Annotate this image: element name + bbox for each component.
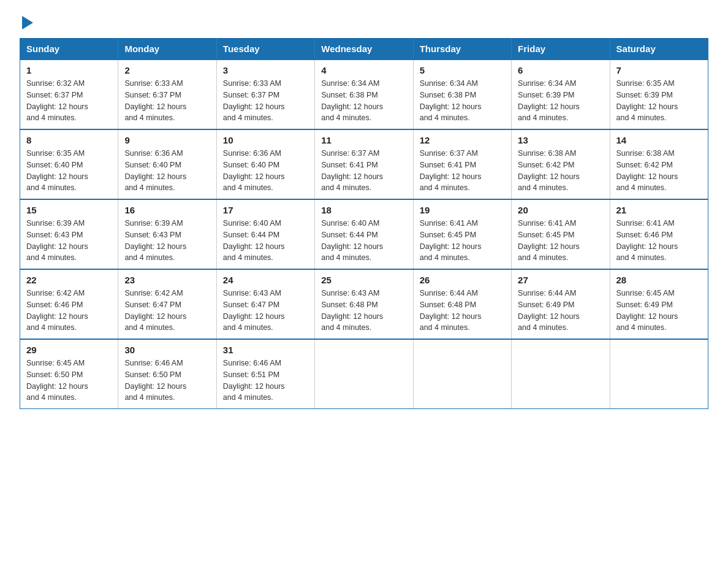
- calendar-cell: 11 Sunrise: 6:37 AM Sunset: 6:41 PM Dayl…: [315, 129, 413, 199]
- day-number: 4: [321, 65, 406, 75]
- day-info: Sunrise: 6:36 AM Sunset: 6:40 PM Dayligh…: [223, 148, 308, 194]
- calendar-week-5: 29 Sunrise: 6:45 AM Sunset: 6:50 PM Dayl…: [20, 339, 708, 409]
- day-number: 14: [616, 135, 702, 145]
- calendar-cell: 7 Sunrise: 6:35 AM Sunset: 6:39 PM Dayli…: [610, 59, 708, 129]
- day-number: 10: [223, 135, 308, 145]
- day-number: 1: [26, 65, 112, 75]
- day-number: 21: [616, 205, 702, 215]
- day-number: 22: [26, 275, 112, 285]
- calendar-cell: 20 Sunrise: 6:41 AM Sunset: 6:45 PM Dayl…: [512, 199, 610, 269]
- col-header-friday: Friday: [512, 39, 610, 60]
- calendar-cell: 14 Sunrise: 6:38 AM Sunset: 6:42 PM Dayl…: [610, 129, 708, 199]
- calendar-cell: 29 Sunrise: 6:45 AM Sunset: 6:50 PM Dayl…: [20, 339, 118, 409]
- day-number: 15: [26, 205, 112, 215]
- day-number: 9: [124, 135, 210, 145]
- day-number: 25: [321, 275, 406, 285]
- calendar-cell: 9 Sunrise: 6:36 AM Sunset: 6:40 PM Dayli…: [118, 129, 216, 199]
- day-number: 30: [124, 345, 210, 355]
- day-number: 27: [518, 275, 603, 285]
- calendar-week-2: 8 Sunrise: 6:35 AM Sunset: 6:40 PM Dayli…: [20, 129, 708, 199]
- day-number: 8: [26, 135, 112, 145]
- calendar-cell: 22 Sunrise: 6:42 AM Sunset: 6:46 PM Dayl…: [20, 269, 118, 339]
- day-number: 16: [124, 205, 210, 215]
- calendar-cell: 3 Sunrise: 6:33 AM Sunset: 6:37 PM Dayli…: [216, 59, 314, 129]
- calendar-week-1: 1 Sunrise: 6:32 AM Sunset: 6:37 PM Dayli…: [20, 59, 708, 129]
- day-number: 5: [420, 65, 505, 75]
- day-info: Sunrise: 6:34 AM Sunset: 6:38 PM Dayligh…: [321, 78, 406, 124]
- day-number: 19: [420, 205, 505, 215]
- calendar-cell: 23 Sunrise: 6:42 AM Sunset: 6:47 PM Dayl…: [118, 269, 216, 339]
- calendar-table: SundayMondayTuesdayWednesdayThursdayFrid…: [20, 38, 708, 409]
- day-number: 11: [321, 135, 406, 145]
- day-info: Sunrise: 6:39 AM Sunset: 6:43 PM Dayligh…: [124, 218, 210, 264]
- calendar-cell: [610, 339, 708, 409]
- day-number: 13: [518, 135, 603, 145]
- day-info: Sunrise: 6:41 AM Sunset: 6:45 PM Dayligh…: [420, 218, 505, 264]
- col-header-monday: Monday: [118, 39, 216, 60]
- calendar-cell: 8 Sunrise: 6:35 AM Sunset: 6:40 PM Dayli…: [20, 129, 118, 199]
- calendar-cell: 27 Sunrise: 6:44 AM Sunset: 6:49 PM Dayl…: [512, 269, 610, 339]
- calendar-cell: 15 Sunrise: 6:39 AM Sunset: 6:43 PM Dayl…: [20, 199, 118, 269]
- day-info: Sunrise: 6:38 AM Sunset: 6:42 PM Dayligh…: [616, 148, 702, 194]
- calendar-cell: [512, 339, 610, 409]
- calendar-cell: [413, 339, 511, 409]
- calendar-cell: 21 Sunrise: 6:41 AM Sunset: 6:46 PM Dayl…: [610, 199, 708, 269]
- calendar-cell: 18 Sunrise: 6:40 AM Sunset: 6:44 PM Dayl…: [315, 199, 413, 269]
- day-info: Sunrise: 6:33 AM Sunset: 6:37 PM Dayligh…: [124, 78, 210, 124]
- col-header-wednesday: Wednesday: [315, 39, 413, 60]
- day-info: Sunrise: 6:44 AM Sunset: 6:48 PM Dayligh…: [420, 288, 505, 334]
- col-header-thursday: Thursday: [413, 39, 511, 60]
- day-info: Sunrise: 6:38 AM Sunset: 6:42 PM Dayligh…: [518, 148, 603, 194]
- day-number: 31: [223, 345, 308, 355]
- day-number: 12: [420, 135, 505, 145]
- day-info: Sunrise: 6:41 AM Sunset: 6:45 PM Dayligh…: [518, 218, 603, 264]
- day-number: 26: [420, 275, 505, 285]
- calendar-cell: 19 Sunrise: 6:41 AM Sunset: 6:45 PM Dayl…: [413, 199, 511, 269]
- day-info: Sunrise: 6:40 AM Sunset: 6:44 PM Dayligh…: [223, 218, 308, 264]
- calendar-cell: 17 Sunrise: 6:40 AM Sunset: 6:44 PM Dayl…: [216, 199, 314, 269]
- day-info: Sunrise: 6:37 AM Sunset: 6:41 PM Dayligh…: [321, 148, 406, 194]
- day-number: 20: [518, 205, 603, 215]
- day-number: 28: [616, 275, 702, 285]
- calendar-cell: 16 Sunrise: 6:39 AM Sunset: 6:43 PM Dayl…: [118, 199, 216, 269]
- calendar-cell: 6 Sunrise: 6:34 AM Sunset: 6:39 PM Dayli…: [512, 59, 610, 129]
- calendar-cell: 12 Sunrise: 6:37 AM Sunset: 6:41 PM Dayl…: [413, 129, 511, 199]
- day-number: 29: [26, 345, 112, 355]
- day-number: 24: [223, 275, 308, 285]
- day-info: Sunrise: 6:44 AM Sunset: 6:49 PM Dayligh…: [518, 288, 603, 334]
- calendar-cell: 31 Sunrise: 6:46 AM Sunset: 6:51 PM Dayl…: [216, 339, 314, 409]
- day-info: Sunrise: 6:34 AM Sunset: 6:38 PM Dayligh…: [420, 78, 505, 124]
- day-info: Sunrise: 6:42 AM Sunset: 6:46 PM Dayligh…: [26, 288, 112, 334]
- day-info: Sunrise: 6:40 AM Sunset: 6:44 PM Dayligh…: [321, 218, 406, 264]
- col-header-sunday: Sunday: [20, 39, 118, 60]
- day-info: Sunrise: 6:43 AM Sunset: 6:48 PM Dayligh…: [321, 288, 406, 334]
- day-info: Sunrise: 6:37 AM Sunset: 6:41 PM Dayligh…: [420, 148, 505, 194]
- calendar-cell: 28 Sunrise: 6:45 AM Sunset: 6:49 PM Dayl…: [610, 269, 708, 339]
- calendar-cell: 1 Sunrise: 6:32 AM Sunset: 6:37 PM Dayli…: [20, 59, 118, 129]
- day-info: Sunrise: 6:45 AM Sunset: 6:50 PM Dayligh…: [26, 358, 112, 404]
- day-number: 17: [223, 205, 308, 215]
- day-info: Sunrise: 6:36 AM Sunset: 6:40 PM Dayligh…: [124, 148, 210, 194]
- day-info: Sunrise: 6:33 AM Sunset: 6:37 PM Dayligh…: [223, 78, 308, 124]
- day-number: 2: [124, 65, 210, 75]
- logo: [20, 15, 33, 27]
- calendar-cell: 30 Sunrise: 6:46 AM Sunset: 6:50 PM Dayl…: [118, 339, 216, 409]
- calendar-cell: 13 Sunrise: 6:38 AM Sunset: 6:42 PM Dayl…: [512, 129, 610, 199]
- calendar-cell: 24 Sunrise: 6:43 AM Sunset: 6:47 PM Dayl…: [216, 269, 314, 339]
- col-header-tuesday: Tuesday: [216, 39, 314, 60]
- day-number: 18: [321, 205, 406, 215]
- day-info: Sunrise: 6:39 AM Sunset: 6:43 PM Dayligh…: [26, 218, 112, 264]
- logo-triangle-icon: [22, 16, 33, 29]
- day-number: 23: [124, 275, 210, 285]
- calendar-cell: [315, 339, 413, 409]
- calendar-week-4: 22 Sunrise: 6:42 AM Sunset: 6:46 PM Dayl…: [20, 269, 708, 339]
- day-info: Sunrise: 6:35 AM Sunset: 6:39 PM Dayligh…: [616, 78, 702, 124]
- page-header: [20, 15, 708, 27]
- calendar-header: SundayMondayTuesdayWednesdayThursdayFrid…: [20, 39, 708, 60]
- calendar-cell: 10 Sunrise: 6:36 AM Sunset: 6:40 PM Dayl…: [216, 129, 314, 199]
- col-header-saturday: Saturday: [610, 39, 708, 60]
- day-info: Sunrise: 6:45 AM Sunset: 6:49 PM Dayligh…: [616, 288, 702, 334]
- day-info: Sunrise: 6:32 AM Sunset: 6:37 PM Dayligh…: [26, 78, 112, 124]
- day-number: 3: [223, 65, 308, 75]
- calendar-cell: 26 Sunrise: 6:44 AM Sunset: 6:48 PM Dayl…: [413, 269, 511, 339]
